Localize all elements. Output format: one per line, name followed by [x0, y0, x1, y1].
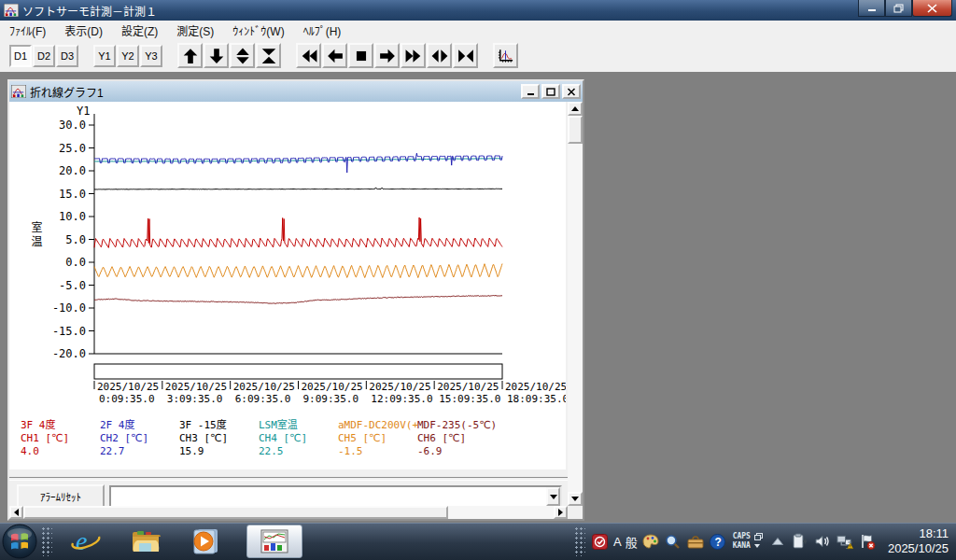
restore-icon — [893, 4, 904, 13]
taskbar-item-internet-explorer[interactable]: e — [69, 525, 103, 558]
svg-text:2025/10/25: 2025/10/25 — [97, 381, 159, 393]
volume-tray-icon[interactable] — [814, 533, 831, 550]
y3-button[interactable]: Y3 — [140, 45, 162, 67]
ime-dictionary-tray-icon[interactable] — [665, 533, 682, 550]
vertical-fit-button[interactable] — [256, 43, 281, 68]
app-restore-button[interactable] — [885, 0, 912, 17]
y-axis-label: 室温 — [28, 221, 44, 249]
app-close-button[interactable] — [912, 0, 952, 17]
ime-key-status[interactable]: CAPS KANA — [733, 532, 763, 551]
horizontal-scroll-thumb[interactable] — [23, 506, 448, 519]
mdi-area: 折れ線グラフ1 Y130.025.020.015.010.05.00.0-5.0… — [0, 72, 956, 523]
d3-button[interactable]: D3 — [56, 45, 78, 67]
d1-button[interactable]: D1 — [9, 45, 32, 67]
ime-conversion-indicator[interactable]: 般 — [626, 533, 638, 551]
svg-text:e: e — [76, 526, 87, 555]
legend-value: 22.5 — [259, 445, 338, 458]
vertical-scrollbar[interactable] — [568, 102, 583, 506]
alarm-indicator-strip — [94, 364, 502, 379]
right-arrow-icon — [379, 48, 396, 64]
toolbox-icon — [687, 535, 704, 549]
taskbar-item-explorer[interactable] — [129, 525, 162, 558]
menubar: ﾌｧｲﾙ(F) 表示(D) 設定(Z) 測定(S) ｳｨﾝﾄﾞｳ(W) ﾍﾙﾌﾟ… — [0, 21, 956, 40]
folder-icon — [130, 527, 162, 555]
show-hidden-icons-button[interactable] — [769, 533, 786, 550]
step-left-button[interactable] — [322, 43, 347, 68]
menu-item-file[interactable]: ﾌｧｲﾙ(F) — [0, 21, 55, 40]
menu-item-measure[interactable]: 測定(S) — [167, 21, 223, 40]
horizontal-scrollbar[interactable] — [9, 506, 568, 519]
svg-text:30.0: 30.0 — [59, 119, 86, 132]
graph-maximize-button[interactable] — [541, 84, 560, 99]
alarm-combobox[interactable] — [109, 485, 562, 508]
taskbar: e — [0, 523, 956, 560]
tray-clock[interactable]: 18:11 2025/10/25 — [888, 526, 949, 556]
legend-value: 4.0 — [21, 445, 100, 458]
stop-button[interactable] — [348, 43, 373, 68]
up-arrow-icon — [182, 48, 199, 64]
graph-window-titlebar[interactable]: 折れ線グラフ1 — [9, 81, 583, 102]
y1-button[interactable]: Y1 — [93, 45, 116, 67]
triangle-down-icon — [571, 497, 579, 501]
series-CH1-line — [94, 217, 502, 247]
scroll-up-button[interactable] — [568, 102, 583, 116]
app-minimize-button[interactable] — [858, 0, 885, 17]
action-center-tray-icon[interactable] — [859, 533, 876, 550]
horizontal-fit-button[interactable] — [453, 43, 478, 68]
security-tray-icon[interactable] — [592, 533, 609, 550]
app-title: ソフトサーモ計測－計測１ — [22, 3, 157, 19]
series-CH6-line — [94, 296, 502, 304]
ime-mode-indicator[interactable]: A — [613, 535, 622, 549]
graph-close-button[interactable] — [562, 84, 581, 99]
maximize-icon — [546, 88, 555, 96]
svg-text:2025/10/25: 2025/10/25 — [165, 381, 227, 393]
start-button[interactable] — [2, 524, 37, 559]
svg-text:12:09:35.0: 12:09:35.0 — [371, 393, 432, 405]
horizontal-expand-button[interactable] — [427, 43, 452, 68]
graph-view-button[interactable] — [493, 43, 518, 68]
horizontal-fit-icon — [457, 48, 474, 64]
vertical-scroll-thumb[interactable] — [568, 116, 583, 144]
taskbar-item-active-app[interactable] — [246, 525, 302, 558]
menu-item-settings[interactable]: 設定(Z) — [112, 21, 167, 40]
scale-down-button[interactable] — [204, 43, 229, 68]
legend-name: MDF-235(-5℃) — [417, 419, 497, 432]
svg-text:25.0: 25.0 — [59, 142, 86, 155]
combo-dropdown-button[interactable] — [546, 487, 560, 506]
forward-button[interactable] — [401, 43, 426, 68]
scroll-left-button[interactable] — [9, 506, 23, 519]
legend-CH6: MDF-235(-5℃)CH6 [℃]-6.9 — [417, 419, 497, 469]
app-titlebar: ソフトサーモ計測－計測１ — [0, 0, 956, 21]
ime-toolbox-tray-icon[interactable] — [687, 533, 704, 550]
help-tray-icon[interactable]: ? — [710, 533, 726, 550]
svg-text:15.0: 15.0 — [59, 188, 86, 201]
step-right-button[interactable] — [374, 43, 400, 68]
menu-item-window[interactable]: ｳｨﾝﾄﾞｳ(W) — [223, 21, 293, 40]
svg-text:-20.0: -20.0 — [52, 347, 86, 360]
menu-item-view[interactable]: 表示(D) — [55, 21, 112, 40]
menu-item-help[interactable]: ﾍﾙﾌﾟ(H) — [294, 21, 351, 40]
svg-text:0.0: 0.0 — [65, 256, 86, 269]
legend-name: LSM室温 — [259, 419, 338, 432]
kana-indicator: KANA — [733, 541, 751, 551]
taskbar-item-media-player[interactable] — [189, 525, 222, 558]
graph-window-body: Y130.025.020.015.010.05.00.0-5.0-10.0-15… — [9, 102, 583, 519]
ime-pad-tray-icon[interactable] — [642, 533, 659, 550]
scroll-right-button[interactable] — [554, 506, 568, 519]
separator — [9, 477, 583, 481]
y2-button[interactable]: Y2 — [117, 45, 139, 67]
svg-text:2025/10/25: 2025/10/25 — [233, 381, 295, 393]
legend-name: aMDF-DC200V(+7 — [338, 419, 417, 432]
scroll-down-button[interactable] — [568, 492, 583, 506]
network-tray-icon[interactable] — [836, 533, 853, 550]
clipboard-plug-icon — [792, 533, 808, 550]
vertical-expand-button[interactable] — [230, 43, 255, 68]
graph-minimize-button[interactable] — [521, 84, 540, 99]
flag-error-icon — [859, 534, 876, 550]
close-icon — [567, 88, 576, 96]
device-tray-icon[interactable] — [792, 533, 808, 550]
series-CH5-line — [94, 264, 502, 278]
d2-button[interactable]: D2 — [33, 45, 55, 67]
scale-up-button[interactable] — [177, 43, 203, 68]
rewind-button[interactable] — [296, 43, 321, 68]
